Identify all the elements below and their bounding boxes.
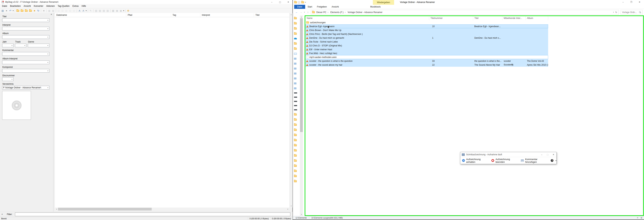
ribbon-tab[interactable]: Ansicht xyxy=(329,5,341,9)
ribbon-tab[interactable]: Datei xyxy=(294,5,305,9)
videos-icon[interactable] xyxy=(294,87,296,89)
folder-icon[interactable] xyxy=(294,124,297,126)
file-row[interactable]: Chris Brown - Don't Wake Me Up xyxy=(305,28,548,32)
column-header-album[interactable]: Album xyxy=(526,16,548,20)
address-chevron-icon[interactable]: ▾ xyxy=(612,11,615,13)
chevron-down-icon[interactable]: ▾ xyxy=(46,62,49,63)
folder-icon[interactable] xyxy=(294,165,297,167)
folder-icon[interactable] xyxy=(294,48,297,50)
menu-item[interactable]: Bearbeiten xyxy=(8,5,22,7)
field-combobox[interactable]: ▾ xyxy=(2,77,14,81)
folder-icon[interactable] xyxy=(294,160,297,162)
file-row[interactable]: scooter - the sound above my hair 22 The… xyxy=(305,63,548,67)
chevron-down-icon[interactable]: ▾ xyxy=(46,87,49,88)
folder-icon[interactable] xyxy=(294,134,297,136)
column-header-tag[interactable]: Tag xyxy=(171,13,200,17)
album-art-box[interactable] xyxy=(2,91,31,120)
ribbon-tab[interactable]: Musiktools xyxy=(368,5,383,9)
folder-icon[interactable] xyxy=(294,149,297,151)
scroll-up-icon[interactable]: ▴ xyxy=(300,15,303,19)
maximize-button[interactable]: ▢ xyxy=(276,0,284,4)
separator[interactable] xyxy=(110,9,111,12)
folder-icon[interactable] xyxy=(294,17,297,19)
drive-icon[interactable] xyxy=(294,101,297,102)
file-row[interactable]: DJ Chris D - STOP! (Original Mix) xyxy=(305,44,548,48)
separator[interactable] xyxy=(46,9,48,12)
history-chevron-icon[interactable]: ▾ xyxy=(303,11,306,13)
chevron-down-icon[interactable]: ▾ xyxy=(46,28,49,30)
stop-recording-button[interactable]: Aufzeichnung beenden xyxy=(492,158,516,163)
folder-icon[interactable] xyxy=(294,114,297,116)
column-header-titel[interactable]: Titel xyxy=(473,16,502,20)
pause-recording-button[interactable]: Aufzeichnung anhalten xyxy=(462,158,486,163)
mp3tag-titlebar[interactable]: Mp3tag v3.02 - F:\Vorlage Ordner - Advan… xyxy=(0,0,292,4)
close-button[interactable]: ✕ xyxy=(636,0,644,4)
field-combobox[interactable]: ▾ xyxy=(28,44,50,47)
column-header-name[interactable]: Name xyxy=(305,16,429,20)
drive-icon[interactable] xyxy=(294,97,297,98)
close-button[interactable]: ✕ xyxy=(550,153,556,156)
remove-disabled-icon[interactable]: ▥ xyxy=(51,9,55,12)
import-icon[interactable]: ▤ xyxy=(106,9,110,12)
breadcrumb-item[interactable]: Vorlage Ordner - Advance Renamer xyxy=(347,11,383,14)
chevron-down-icon[interactable]: ▾ xyxy=(10,45,13,46)
file-row[interactable]: mp3-sauber-methoden.aren xyxy=(305,55,548,59)
web-coverart-icon[interactable]: ▦ xyxy=(111,9,115,12)
chevron-down-icon[interactable]: ▾ xyxy=(24,45,26,46)
library-icon[interactable] xyxy=(25,10,28,12)
field-combobox[interactable]: ▾ xyxy=(2,18,50,22)
tag-merge-icon[interactable]: □ xyxy=(68,9,72,12)
navigation-pane[interactable]: ▴ ▾ xyxy=(293,15,304,216)
file-row[interactable]: Chris Prinz - Berlin (bei Tag und Nacht)… xyxy=(305,32,548,36)
favorites-icon[interactable]: ★ xyxy=(32,9,36,12)
vertical-scrollbar[interactable]: ▴ ▾ xyxy=(290,13,292,207)
breadcrumb-item[interactable]: Dieser PC xyxy=(316,11,330,14)
field-combobox[interactable]: ▾ xyxy=(2,52,50,56)
tag-copy-icon[interactable]: □ xyxy=(60,9,64,12)
menu-item[interactable]: Ansicht xyxy=(22,5,32,7)
separator[interactable] xyxy=(14,9,16,12)
menu-item[interactable]: Aktionen xyxy=(45,5,56,7)
thumbnails-view-button[interactable]: ▦ xyxy=(640,217,643,219)
maximize-button[interactable]: ❐ xyxy=(627,0,636,4)
column-header-mitwirkende[interactable]: Mitwirkende Inter... xyxy=(502,16,526,20)
file-row[interactable]: Frei.Wild - Herz schlägt Herz xyxy=(305,51,548,55)
music-icon[interactable] xyxy=(294,82,296,84)
remove-tag-icon[interactable]: × xyxy=(4,9,8,12)
folder-icon[interactable] xyxy=(294,43,297,45)
column-header-dateiname[interactable]: Dateiname xyxy=(55,13,126,17)
options-icon[interactable]: ⚙ xyxy=(126,9,130,12)
menu-item[interactable]: Tag-Quellen xyxy=(56,5,71,7)
minimize-button[interactable]: – xyxy=(539,153,545,156)
chevron-down-icon[interactable]: ▾ xyxy=(46,70,49,72)
scroll-left-icon[interactable]: ◂ xyxy=(55,207,58,211)
horizontal-scrollbar[interactable]: ◂ ▸ xyxy=(55,207,290,211)
separator[interactable] xyxy=(124,9,126,12)
scrollbar-thumb[interactable] xyxy=(58,208,152,210)
playlist-icon[interactable]: ▤ xyxy=(94,9,98,12)
details-view-button[interactable]: ≣ xyxy=(636,217,639,219)
panel-close-icon[interactable]: ✕ xyxy=(51,13,52,15)
case-caret-icon[interactable]: ▾ xyxy=(85,9,87,12)
nav-scrollbar[interactable]: ▴ ▾ xyxy=(300,15,303,216)
file-row[interactable]: scooter - the question is what is the qu… xyxy=(305,59,548,63)
onedrive-icon[interactable] xyxy=(294,38,297,39)
documents-icon[interactable] xyxy=(294,73,296,74)
folder-icon[interactable] xyxy=(294,139,297,141)
up-button[interactable]: ↑ xyxy=(306,11,310,14)
network-drive-icon[interactable] xyxy=(294,109,297,110)
downloads-icon[interactable] xyxy=(294,77,296,79)
add-comment-button[interactable]: Kommentar hinzufügen xyxy=(521,158,546,163)
menu-item[interactable]: Extras xyxy=(71,5,80,7)
back-button[interactable]: ← xyxy=(294,11,299,14)
chevron-down-icon[interactable]: ▾ xyxy=(46,20,49,21)
separator[interactable] xyxy=(87,9,89,12)
chevron-down-icon[interactable]: ▾ xyxy=(46,45,49,46)
field-combobox[interactable]: ▾ xyxy=(15,44,26,47)
folder-icon[interactable] xyxy=(294,28,297,30)
tag-cut-icon[interactable]: □ xyxy=(57,9,60,12)
tag-swap-icon[interactable]: □ xyxy=(72,9,76,12)
contextual-tab-wiedergeben[interactable]: Wiedergeben xyxy=(373,0,394,5)
filter-close-icon[interactable]: ✕ xyxy=(2,213,3,215)
chevron-down-icon[interactable]: ▾ xyxy=(10,78,13,80)
